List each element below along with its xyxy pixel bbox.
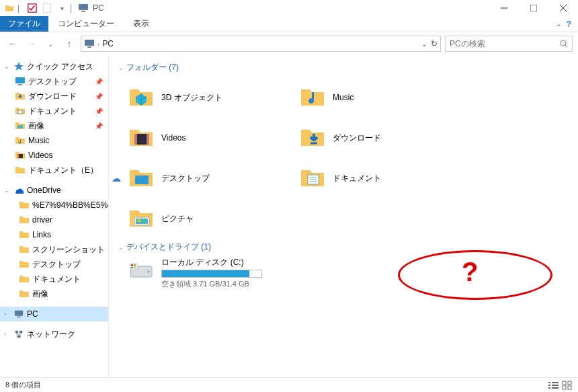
breadcrumb-pc[interactable]: PC xyxy=(102,39,114,48)
svg-rect-14 xyxy=(18,110,22,114)
minimize-button[interactable] xyxy=(489,0,519,16)
details-view-icon[interactable] xyxy=(548,381,559,390)
sidebar-item[interactable]: 画像 xyxy=(0,286,108,301)
music-icon xyxy=(15,135,26,146)
drives-group-header[interactable]: ⌄ デバイスとドライブ (1) xyxy=(118,241,571,253)
sidebar-item[interactable]: %E7%94%BB%E5%8 xyxy=(0,198,108,212)
label: ドキュメント xyxy=(333,173,381,184)
sidebar-item[interactable]: スクリーンショット xyxy=(0,242,108,257)
quick-access-toolbar: | ▾ | xyxy=(3,1,89,15)
svg-rect-28 xyxy=(136,219,148,224)
label: デスクトップ xyxy=(28,76,77,87)
label: Videos xyxy=(28,151,52,160)
svg-rect-2 xyxy=(79,4,88,10)
sidebar-item[interactable]: ダウンロード📌 xyxy=(0,89,108,104)
label: ダウンロード xyxy=(333,132,381,144)
label: ピクチャ xyxy=(161,213,194,225)
folder-item[interactable]: Videos xyxy=(116,118,287,158)
close-button[interactable] xyxy=(548,0,578,16)
label: OneDrive xyxy=(27,186,61,195)
maximize-button[interactable] xyxy=(519,0,548,16)
recent-button[interactable]: ⌄ xyxy=(43,36,58,51)
sidebar-item[interactable]: デスクトップ📌 xyxy=(0,74,108,89)
qat-dropdown-icon[interactable]: ▾ xyxy=(55,1,69,15)
download-icon xyxy=(299,124,326,151)
sidebar-item[interactable]: Music xyxy=(0,133,108,148)
tab-computer[interactable]: コンピューター xyxy=(48,16,124,32)
folder-icon xyxy=(19,288,30,299)
pin-icon: 📌 xyxy=(95,108,103,115)
label: デバイスとドライブ (1) xyxy=(126,241,211,253)
blank-doc-icon[interactable] xyxy=(40,1,54,15)
cloud-icon: ☁ xyxy=(112,173,121,184)
sidebar-item[interactable]: ドキュメント📌 xyxy=(0,104,108,118)
drive-free-space: 空き領域 3.71 GB/31.4 GB xyxy=(161,279,262,289)
folder-item[interactable]: ☁デスクトップ xyxy=(116,158,287,198)
folder-item[interactable]: Music xyxy=(287,77,458,118)
sidebar-item[interactable]: Videos xyxy=(0,148,108,163)
svg-rect-3 xyxy=(81,11,85,12)
breadcrumb-sep[interactable]: › xyxy=(97,40,99,48)
pic-icon xyxy=(128,205,155,232)
label: クイック アクセス xyxy=(27,61,93,73)
drive-c[interactable]: ローカル ディスク (C:) 空き領域 3.71 GB/31.4 GB xyxy=(116,257,571,289)
sidebar-item[interactable]: driver xyxy=(0,212,108,227)
label: ネットワーク xyxy=(27,329,75,340)
svg-rect-15 xyxy=(17,125,23,128)
folders-group-header[interactable]: ⌄ フォルダー (7) xyxy=(118,62,571,73)
folder-icon[interactable] xyxy=(3,1,16,15)
address-bar[interactable]: › PC ⌄ ↻ xyxy=(81,36,441,52)
back-button[interactable]: ← xyxy=(5,36,20,51)
sidebar-item[interactable]: Links xyxy=(0,227,108,242)
statusbar: 8 個の項目 xyxy=(0,377,578,392)
forward-button[interactable]: → xyxy=(24,36,39,51)
up-button[interactable]: ↑ xyxy=(62,36,77,51)
chevron-right-icon[interactable]: › xyxy=(4,311,11,317)
navbar: ← → ⌄ ↑ › PC ⌄ ↻ xyxy=(0,32,578,55)
sidebar-item[interactable]: デスクトップ xyxy=(0,257,108,272)
sidebar-network[interactable]: › ネットワーク xyxy=(0,327,108,342)
pin-icon: 📌 xyxy=(95,93,103,100)
chevron-down-icon[interactable]: ⌄ xyxy=(4,63,11,70)
sidebar-onedrive[interactable]: ⌄ OneDrive xyxy=(0,183,108,198)
svg-rect-41 xyxy=(548,382,550,383)
chevron-right-icon[interactable]: › xyxy=(4,331,11,338)
qat-sep: | xyxy=(17,3,24,13)
pc-icon xyxy=(78,3,89,13)
folder-item[interactable]: ドキュメント xyxy=(287,158,458,198)
help-icon[interactable]: ? xyxy=(567,19,571,29)
label: Music xyxy=(333,93,354,102)
drive-icon xyxy=(128,257,155,284)
label: 3D オブジェクト xyxy=(161,92,222,104)
svg-rect-50 xyxy=(568,386,571,389)
svg-rect-13 xyxy=(18,84,22,85)
folder-item[interactable]: ピクチャ xyxy=(116,198,287,239)
sidebar-item[interactable]: ドキュメント（E） xyxy=(0,163,108,178)
tab-file[interactable]: ファイル xyxy=(0,16,48,32)
sidebar-item[interactable]: ドキュメント xyxy=(0,272,108,286)
sidebar-pc[interactable]: › PC xyxy=(0,307,108,321)
video-icon xyxy=(15,150,26,161)
expand-ribbon-icon[interactable]: ⌄ xyxy=(556,20,561,28)
svg-rect-18 xyxy=(15,311,23,316)
video-icon xyxy=(128,124,155,151)
label: スクリーンショット xyxy=(32,244,105,256)
svg-rect-25 xyxy=(147,134,149,145)
folder-icon xyxy=(19,244,30,255)
search-box[interactable] xyxy=(445,36,573,52)
search-icon[interactable] xyxy=(560,40,568,48)
folder-item[interactable]: 3D オブジェクト xyxy=(116,77,287,118)
folder-item[interactable]: ダウンロード xyxy=(287,118,458,158)
chevron-down-icon[interactable]: ⌄ xyxy=(4,187,11,194)
sidebar-item[interactable]: 画像📌 xyxy=(0,118,108,133)
network-icon xyxy=(13,329,24,340)
search-input[interactable] xyxy=(450,39,560,48)
tab-view[interactable]: 表示 xyxy=(124,16,159,32)
large-icons-view-icon[interactable] xyxy=(562,381,573,390)
addr-dropdown-icon[interactable]: ⌄ xyxy=(421,40,427,48)
refresh-icon[interactable]: ↻ xyxy=(431,39,438,48)
checkbox-icon[interactable] xyxy=(26,1,39,15)
sidebar-quick-access[interactable]: ⌄ クイック アクセス xyxy=(0,59,108,74)
svg-rect-17 xyxy=(17,154,19,158)
svg-rect-49 xyxy=(563,386,566,389)
